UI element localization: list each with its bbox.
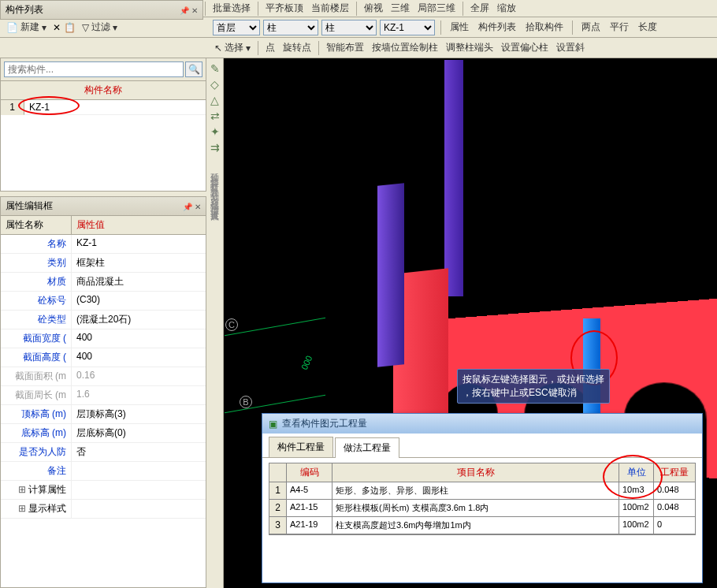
property-row[interactable]: 截面周长 (m1.6 <box>1 386 206 405</box>
property-row[interactable]: 截面宽度 (400 <box>1 329 206 348</box>
zoom-button[interactable]: 缩放 <box>494 0 519 17</box>
length-button[interactable]: 长度 <box>635 19 660 35</box>
category2-select[interactable]: 柱 <box>321 20 377 35</box>
delete-icon[interactable]: ✕ <box>53 22 61 33</box>
quantity-tabs: 构件工程量 做法工程量 <box>262 434 702 458</box>
table-row[interactable]: 1A4-5矩形、多边形、异形、圆形柱10m30.048 <box>269 482 695 500</box>
top-view-button[interactable]: 俯视 <box>361 0 386 17</box>
property-row[interactable]: 名称KZ-1 <box>1 235 206 254</box>
property-row[interactable]: 截面高度 (400 <box>1 348 206 367</box>
wall-column-button[interactable]: 按墙位置绘制柱 <box>369 39 441 56</box>
smart-layout-button[interactable]: 智能布置 <box>323 39 367 56</box>
app-icon: ▣ <box>269 419 277 430</box>
parallel-button[interactable]: 平行 <box>607 19 632 35</box>
quantity-window-title[interactable]: ▣ 查看构件图元工程量 <box>262 414 702 434</box>
tool-icon[interactable]: ✦ <box>208 125 222 139</box>
property-row[interactable]: 截面面积 (m0.16 <box>1 367 206 386</box>
point-tool[interactable]: 点 <box>262 39 278 56</box>
two-point-button[interactable]: 两点 <box>578 19 604 35</box>
category1-select[interactable]: 柱 <box>263 20 318 35</box>
property-row[interactable]: 是否为人防否 <box>1 443 206 462</box>
property-row[interactable]: 类别框架柱 <box>1 254 206 273</box>
property-row[interactable]: 底标高 (m)层底标高(0) <box>1 424 206 443</box>
component-select[interactable]: KZ-1 <box>380 20 435 35</box>
search-button[interactable]: 🔍 <box>185 61 202 77</box>
select-tool[interactable]: ↖ 选择 ▾ <box>211 39 254 56</box>
property-row[interactable]: 显示样式 <box>1 500 206 519</box>
property-row[interactable]: 材质商品混凝土 <box>1 273 206 292</box>
viewport-tool-label[interactable]: 设置夹点 <box>209 202 221 207</box>
pin-icon[interactable]: 📌 <box>180 6 189 15</box>
panel-toolbar-row: 📄 新建 ▾ ✕ 📋 ▽ 过滤 ▾ 首层 柱 柱 KZ-1 属性 构件列表 拾取… <box>0 17 717 38</box>
tool-icon[interactable]: ◇ <box>208 77 222 91</box>
tool-icon[interactable]: △ <box>208 93 222 107</box>
slant-column-button[interactable]: 设置斜 <box>553 39 588 56</box>
props-button[interactable]: 属性 <box>447 19 472 35</box>
pin-icon[interactable]: 📌 <box>183 203 192 211</box>
component-table-header: 构件名称 <box>1 81 206 100</box>
batch-select-button[interactable]: 批量选择 <box>210 0 254 17</box>
close-icon[interactable]: ✕ <box>191 6 198 15</box>
axis-label: B <box>240 396 252 408</box>
rotate-point-tool[interactable]: 旋转点 <box>280 39 314 56</box>
table-row[interactable]: 3A21-19柱支模高度超过3.6m内每增加1m内100m20 <box>269 517 695 534</box>
component-table: 构件名称 1 KZ-1 <box>0 81 206 192</box>
copy-icon[interactable]: 📋 <box>64 22 76 33</box>
filter-button[interactable]: ▽ 过滤 ▾ <box>79 19 121 35</box>
floor-select[interactable]: 首层 <box>213 20 260 35</box>
brush-icon[interactable]: ✎ <box>208 61 222 76</box>
property-row[interactable]: 计算属性 <box>1 481 206 500</box>
component-list-title: 构件列表 📌 ✕ <box>0 0 203 20</box>
fullscreen-button[interactable]: 全屏 <box>467 0 492 17</box>
tab-method-qty[interactable]: 做法工程量 <box>335 437 399 458</box>
table-row[interactable]: 1 KZ-1 <box>1 100 206 115</box>
property-panel: 属性编辑框 📌 ✕ 属性名称 属性值 名称KZ-1类别框架柱材质商品混凝土砼标号… <box>0 196 206 588</box>
property-row[interactable]: 砼标号(C30) <box>1 292 206 311</box>
quantity-window: ▣ 查看构件图元工程量 构件工程量 做法工程量 编码 项目名称 单位 工程量 1… <box>262 413 703 583</box>
offset-icon[interactable]: ⇉ <box>208 140 222 154</box>
property-panel-title: 属性编辑框 📌 ✕ <box>0 196 206 216</box>
viewport-toolbar: ✎ ◇ △ ⇄ ✦ ⇉ 延伸修剪打断合并分割对齐偏移拉伸设置夹点 <box>206 58 224 588</box>
search-input[interactable] <box>4 61 184 77</box>
left-panel: 构件列表 📌 ✕ 🔍 构件名称 1 KZ-1 属性编辑框 📌 ✕ <box>0 58 206 588</box>
current-floor-dropdown[interactable]: 当前楼层 <box>308 0 352 17</box>
draw-toolbar: ↖ 选择 ▾ 点 旋转点 智能布置 按墙位置绘制柱 调整柱端头 设置偏心柱 设置… <box>0 38 717 58</box>
property-row[interactable]: 砼类型(混凝土20石) <box>1 311 206 329</box>
mirror-icon[interactable]: ⇄ <box>208 109 222 123</box>
property-row[interactable]: 备注 <box>1 462 206 481</box>
hint-tooltip: 按鼠标左键选择图元，或拉框选择 ，按右键中止或ESC键取消 <box>457 369 610 404</box>
align-slab-button[interactable]: 平齐板顶 <box>262 0 306 17</box>
tab-component-qty[interactable]: 构件工程量 <box>269 437 333 457</box>
property-table: 属性名称 属性值 名称KZ-1类别框架柱材质商品混凝土砼标号(C30)砼类型(混… <box>0 216 206 588</box>
table-row[interactable]: 2A21-15矩形柱模板(周长m) 支模高度3.6m 1.8内100m20.04… <box>269 500 695 517</box>
dimension-text: 000 <box>299 354 314 371</box>
close-icon[interactable]: ✕ <box>195 203 201 211</box>
column-element[interactable] <box>377 183 404 367</box>
axis-label: C <box>225 318 238 331</box>
local-3d-button[interactable]: 局部三维 <box>414 0 459 17</box>
3d-view-button[interactable]: 三维 <box>388 0 413 17</box>
pick-component-button[interactable]: 拾取构件 <box>522 19 567 35</box>
component-list-button[interactable]: 构件列表 <box>475 19 519 35</box>
offset-column-button[interactable]: 设置偏心柱 <box>498 39 552 56</box>
search-row: 🔍 <box>0 58 206 81</box>
column-element[interactable] <box>444 60 463 296</box>
property-row[interactable]: 顶标高 (m)层顶标高(3) <box>1 405 206 424</box>
adjust-column-button[interactable]: 调整柱端头 <box>443 39 496 56</box>
new-component-button[interactable]: 📄 新建 ▾ <box>3 19 50 35</box>
quantity-table: 编码 项目名称 单位 工程量 1A4-5矩形、多边形、异形、圆形柱10m30.0… <box>269 463 696 535</box>
